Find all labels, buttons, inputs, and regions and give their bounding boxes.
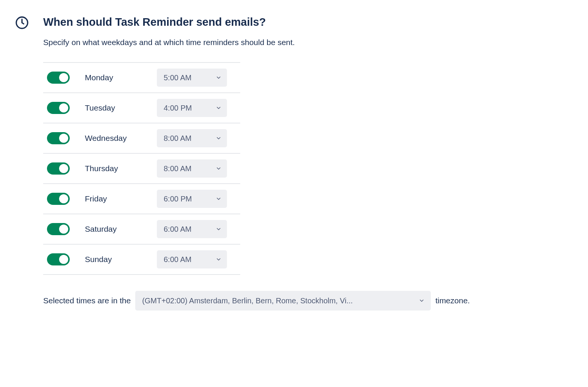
- day-label-wednesday: Wednesday: [85, 134, 157, 143]
- schedule-section: When should Task Reminder send emails? S…: [15, 15, 573, 311]
- chevron-down-icon: [419, 298, 425, 304]
- toggle-wednesday[interactable]: [47, 132, 70, 144]
- section-content: When should Task Reminder send emails? S…: [43, 15, 498, 311]
- chevron-down-icon: [216, 105, 222, 111]
- time-value: 8:00 AM: [164, 164, 191, 173]
- day-row-monday: Monday 5:00 AM: [43, 63, 240, 93]
- time-select-sunday[interactable]: 6:00 AM: [157, 250, 227, 268]
- section-icon-wrap: [15, 15, 43, 31]
- day-label-sunday: Sunday: [85, 255, 157, 264]
- time-value: 6:00 PM: [164, 195, 192, 203]
- day-row-thursday: Thursday 8:00 AM: [43, 154, 240, 184]
- day-row-wednesday: Wednesday 8:00 AM: [43, 123, 240, 154]
- day-row-tuesday: Tuesday 4:00 PM: [43, 93, 240, 123]
- time-select-thursday[interactable]: 8:00 AM: [157, 159, 227, 178]
- time-select-wednesday[interactable]: 8:00 AM: [157, 129, 227, 147]
- timezone-prefix: Selected times are in the: [43, 296, 131, 305]
- toggle-monday[interactable]: [47, 72, 70, 84]
- day-label-monday: Monday: [85, 73, 157, 82]
- timezone-suffix: timezone.: [435, 296, 470, 305]
- time-value: 6:00 AM: [164, 225, 191, 234]
- toggle-thursday[interactable]: [47, 162, 70, 175]
- timezone-row: Selected times are in the (GMT+02:00) Am…: [43, 291, 498, 311]
- chevron-down-icon: [216, 196, 222, 202]
- time-value: 5:00 AM: [164, 73, 191, 82]
- day-row-sunday: Sunday 6:00 AM: [43, 245, 240, 275]
- time-select-saturday[interactable]: 6:00 AM: [157, 220, 227, 238]
- time-select-monday[interactable]: 5:00 AM: [157, 69, 227, 87]
- day-label-thursday: Thursday: [85, 164, 157, 173]
- time-value: 8:00 AM: [164, 134, 191, 143]
- day-label-tuesday: Tuesday: [85, 103, 157, 112]
- day-label-saturday: Saturday: [85, 225, 157, 234]
- time-select-friday[interactable]: 6:00 PM: [157, 190, 227, 208]
- clock-icon: [15, 16, 29, 31]
- days-table: Monday 5:00 AM Tuesday 4:00 PM: [43, 62, 240, 275]
- time-value: 4:00 PM: [164, 104, 192, 112]
- time-value: 6:00 AM: [164, 255, 191, 264]
- chevron-down-icon: [216, 135, 222, 141]
- toggle-sunday[interactable]: [47, 253, 70, 265]
- chevron-down-icon: [216, 256, 222, 262]
- day-row-saturday: Saturday 6:00 AM: [43, 214, 240, 245]
- time-select-tuesday[interactable]: 4:00 PM: [157, 99, 227, 117]
- toggle-friday[interactable]: [47, 193, 70, 205]
- toggle-saturday[interactable]: [47, 223, 70, 235]
- chevron-down-icon: [216, 165, 222, 172]
- timezone-select[interactable]: (GMT+02:00) Amsterdam, Berlin, Bern, Rom…: [135, 291, 431, 311]
- chevron-down-icon: [216, 75, 222, 81]
- chevron-down-icon: [216, 226, 222, 232]
- section-description: Specify on what weekdays and at which ti…: [43, 38, 498, 47]
- day-row-friday: Friday 6:00 PM: [43, 184, 240, 214]
- day-label-friday: Friday: [85, 194, 157, 203]
- timezone-value: (GMT+02:00) Amsterdam, Berlin, Bern, Rom…: [142, 296, 415, 305]
- section-heading: When should Task Reminder send emails?: [43, 15, 498, 29]
- toggle-tuesday[interactable]: [47, 102, 70, 114]
